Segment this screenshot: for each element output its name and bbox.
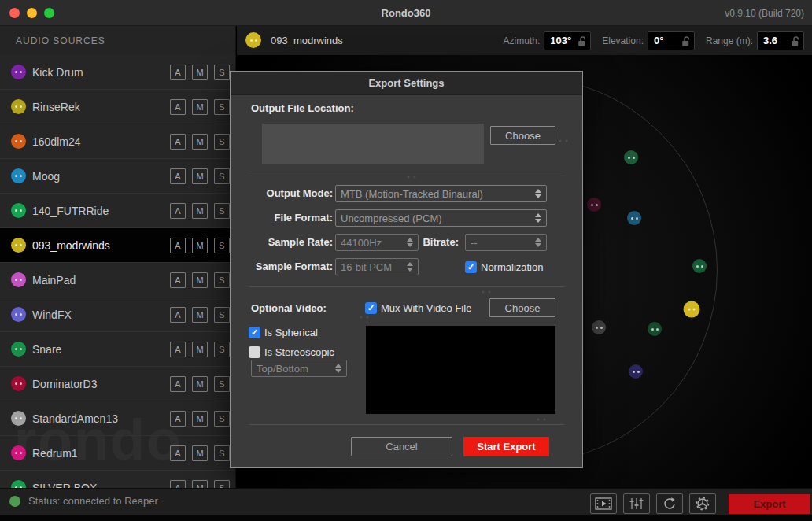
spatial-source-dot[interactable] xyxy=(627,211,641,225)
track-row[interactable]: Moog A M S xyxy=(0,159,235,194)
track-row[interactable]: Kick Drum A M S xyxy=(0,55,235,90)
field-value: 3.6 xyxy=(758,35,777,46)
arm-button[interactable]: A xyxy=(170,134,186,150)
unlock-icon[interactable] xyxy=(681,36,691,47)
mute-button[interactable]: M xyxy=(192,480,208,489)
solo-button[interactable]: S xyxy=(214,203,230,219)
arm-button[interactable]: A xyxy=(170,168,186,184)
arm-button[interactable]: A xyxy=(170,480,186,489)
ams-buttons: A M S xyxy=(170,376,230,392)
solo-button[interactable]: S xyxy=(214,342,230,357)
preview-playback-button[interactable] xyxy=(590,493,617,514)
track-row[interactable]: DominatorD3 A M S xyxy=(0,367,235,401)
mute-button[interactable]: M xyxy=(192,238,208,253)
solo-button[interactable]: S xyxy=(214,168,230,184)
stereo-mode-select[interactable]: Top/Bottom xyxy=(251,360,347,377)
field-value-box[interactable]: 103° xyxy=(544,31,591,50)
choose-video-button[interactable]: Choose xyxy=(489,298,555,317)
solo-button[interactable]: S xyxy=(214,411,230,427)
arm-button[interactable]: A xyxy=(170,99,186,115)
version-label: v0.9.10 (Build 720) xyxy=(725,8,804,19)
track-name: Moog xyxy=(32,170,60,183)
mute-button[interactable]: M xyxy=(192,307,208,323)
is-stereoscopic-checkbox[interactable] xyxy=(249,346,260,358)
is-stereoscopic-label: Is Stereoscopic xyxy=(264,346,334,358)
solo-button[interactable]: S xyxy=(214,272,230,288)
track-name: 160dlm24 xyxy=(32,135,81,148)
arm-button[interactable]: A xyxy=(170,272,186,288)
divider xyxy=(249,424,564,425)
track-row[interactable]: SILVER BOX A M S xyxy=(0,471,235,488)
track-row[interactable]: Snare A M S xyxy=(0,332,235,367)
arm-button[interactable]: A xyxy=(170,376,186,392)
track-row[interactable]: StandardAmen13 A M S xyxy=(0,401,235,436)
solo-button[interactable]: S xyxy=(214,99,230,115)
sample-format-select[interactable]: 16-bit PCM xyxy=(335,258,419,275)
source-eyes xyxy=(596,327,603,329)
mute-button[interactable]: M xyxy=(192,272,208,288)
divider xyxy=(249,176,564,176)
solo-button[interactable]: S xyxy=(214,445,230,461)
mute-button[interactable]: M xyxy=(192,65,208,80)
unlock-icon[interactable] xyxy=(791,36,800,47)
arm-button[interactable]: A xyxy=(170,342,186,357)
mute-button[interactable]: M xyxy=(192,342,208,357)
bitrate-select[interactable]: -- xyxy=(465,234,547,251)
is-spherical-checkbox[interactable]: ✓ xyxy=(249,327,260,338)
settings-button[interactable] xyxy=(689,493,716,514)
track-row[interactable]: 140_FUTRRide A M S xyxy=(0,194,235,228)
track-row[interactable]: WindFX A M S xyxy=(0,297,235,332)
output-mode-select[interactable]: MTB (Motion-Tracked Binaural) xyxy=(335,185,547,202)
field-value-box[interactable]: 3.6 xyxy=(757,31,804,50)
arm-button[interactable]: A xyxy=(170,203,186,219)
export-button[interactable]: Export xyxy=(729,494,810,514)
arm-button[interactable]: A xyxy=(170,65,186,80)
mute-button[interactable]: M xyxy=(192,203,208,219)
arm-button[interactable]: A xyxy=(170,445,186,461)
solo-button[interactable]: S xyxy=(214,307,230,323)
source-eyes xyxy=(628,157,635,159)
cancel-button[interactable]: Cancel xyxy=(351,437,452,456)
solo-button[interactable]: S xyxy=(214,134,230,150)
track-row[interactable]: 093_modrwinds A M S xyxy=(0,228,235,263)
spatial-source-dot[interactable] xyxy=(629,364,643,379)
solo-button[interactable]: S xyxy=(214,238,230,253)
mute-button[interactable]: M xyxy=(192,376,208,392)
spatial-source-dot[interactable] xyxy=(587,198,601,212)
arm-button[interactable]: A xyxy=(170,307,186,323)
mute-button[interactable]: M xyxy=(192,99,208,115)
stepper-icon xyxy=(535,189,541,198)
track-row[interactable]: Redrum1 A M S xyxy=(0,436,235,471)
track-row[interactable]: RinseRek A M S xyxy=(0,90,235,124)
spatial-source-dot[interactable] xyxy=(592,320,606,334)
arm-button[interactable]: A xyxy=(170,238,186,253)
solo-button[interactable]: S xyxy=(214,65,230,80)
dialog-title-bar[interactable]: Export Settings xyxy=(231,72,582,95)
mute-button[interactable]: M xyxy=(192,445,208,461)
choose-output-file-button[interactable]: Choose xyxy=(490,126,555,145)
unlock-icon[interactable] xyxy=(578,36,587,47)
spatial-source-dot[interactable] xyxy=(692,259,707,273)
output-file-path-field[interactable] xyxy=(262,124,484,164)
normalization-checkbox[interactable]: ✓ xyxy=(465,261,477,273)
refresh-button[interactable] xyxy=(656,493,683,514)
solo-button[interactable]: S xyxy=(214,376,230,392)
track-row[interactable]: 160dlm24 A M S xyxy=(0,124,235,159)
source-eyes xyxy=(688,309,696,311)
spatial-source-dot[interactable] xyxy=(684,301,700,318)
solo-button[interactable]: S xyxy=(214,480,230,489)
mute-button[interactable]: M xyxy=(192,411,208,427)
field-value-box[interactable]: 0° xyxy=(648,31,695,50)
mux-with-video-checkbox[interactable]: ✓ xyxy=(365,302,377,314)
start-export-button[interactable]: Start Export xyxy=(463,437,549,456)
mute-button[interactable]: M xyxy=(192,168,208,184)
mute-button[interactable]: M xyxy=(192,134,208,150)
sample-rate-select[interactable]: 44100Hz xyxy=(335,234,419,251)
arm-button[interactable]: A xyxy=(170,411,186,427)
spatial-source-dot[interactable] xyxy=(648,322,662,336)
file-format-select[interactable]: Uncompressed (PCM) xyxy=(335,209,547,227)
mixer-button[interactable] xyxy=(623,493,650,514)
track-row[interactable]: MainPad A M S xyxy=(0,263,235,297)
spatial-source-dot[interactable] xyxy=(624,150,638,164)
source-icon xyxy=(11,99,26,114)
